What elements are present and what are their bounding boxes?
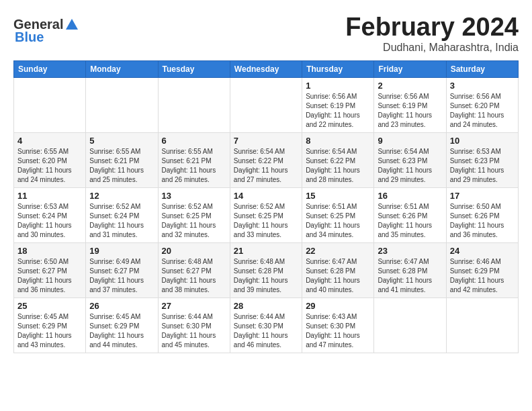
day-number: 18	[17, 246, 82, 256]
day-info: Sunrise: 6:51 AM Sunset: 6:25 PM Dayligh…	[306, 202, 370, 240]
day-number: 7	[234, 136, 298, 146]
logo: General Blue	[13, 17, 79, 45]
day-number: 22	[306, 246, 370, 256]
calendar-cell: 29Sunrise: 6:43 AM Sunset: 6:30 PM Dayli…	[302, 298, 374, 353]
day-info: Sunrise: 6:45 AM Sunset: 6:29 PM Dayligh…	[89, 312, 154, 350]
day-number: 13	[162, 191, 226, 201]
day-info: Sunrise: 6:44 AM Sunset: 6:30 PM Dayligh…	[234, 312, 298, 350]
day-number: 24	[450, 246, 515, 256]
calendar-cell: 23Sunrise: 6:47 AM Sunset: 6:28 PM Dayli…	[374, 242, 446, 298]
calendar-cell: 10Sunrise: 6:53 AM Sunset: 6:23 PM Dayli…	[446, 132, 518, 187]
day-info: Sunrise: 6:48 AM Sunset: 6:27 PM Dayligh…	[162, 257, 226, 295]
day-info: Sunrise: 6:55 AM Sunset: 6:21 PM Dayligh…	[89, 147, 154, 185]
day-number: 16	[378, 191, 442, 201]
day-info: Sunrise: 6:49 AM Sunset: 6:27 PM Dayligh…	[89, 257, 154, 295]
calendar-body: 1Sunrise: 6:56 AM Sunset: 6:19 PM Daylig…	[14, 77, 519, 353]
calendar-week-2: 4Sunrise: 6:55 AM Sunset: 6:20 PM Daylig…	[14, 132, 519, 187]
calendar-cell: 18Sunrise: 6:50 AM Sunset: 6:27 PM Dayli…	[14, 242, 86, 298]
calendar-cell: 12Sunrise: 6:52 AM Sunset: 6:24 PM Dayli…	[86, 187, 158, 242]
day-number: 2	[378, 81, 442, 91]
calendar-cell: 5Sunrise: 6:55 AM Sunset: 6:21 PM Daylig…	[86, 132, 158, 187]
day-info: Sunrise: 6:52 AM Sunset: 6:24 PM Dayligh…	[89, 202, 154, 240]
day-info: Sunrise: 6:52 AM Sunset: 6:25 PM Dayligh…	[162, 202, 226, 240]
column-header-sunday: Sunday	[14, 60, 86, 77]
column-header-thursday: Thursday	[302, 60, 374, 77]
day-info: Sunrise: 6:50 AM Sunset: 6:26 PM Dayligh…	[450, 202, 515, 240]
day-number: 6	[162, 136, 226, 146]
svg-marker-0	[66, 19, 78, 30]
calendar-cell: 6Sunrise: 6:55 AM Sunset: 6:21 PM Daylig…	[158, 132, 230, 187]
calendar-week-3: 11Sunrise: 6:53 AM Sunset: 6:24 PM Dayli…	[14, 187, 519, 242]
day-number: 19	[89, 246, 154, 256]
calendar-table: SundayMondayTuesdayWednesdayThursdayFrid…	[13, 60, 519, 353]
calendar-cell: 24Sunrise: 6:46 AM Sunset: 6:29 PM Dayli…	[446, 242, 518, 298]
calendar-cell	[158, 77, 230, 132]
location-title: Dudhani, Maharashtra, India	[345, 42, 519, 54]
calendar-cell: 20Sunrise: 6:48 AM Sunset: 6:27 PM Dayli…	[158, 242, 230, 298]
calendar-cell: 4Sunrise: 6:55 AM Sunset: 6:20 PM Daylig…	[14, 132, 86, 187]
calendar-cell: 9Sunrise: 6:54 AM Sunset: 6:23 PM Daylig…	[374, 132, 446, 187]
calendar-cell: 16Sunrise: 6:51 AM Sunset: 6:26 PM Dayli…	[374, 187, 446, 242]
calendar-cell: 1Sunrise: 6:56 AM Sunset: 6:19 PM Daylig…	[302, 77, 374, 132]
day-info: Sunrise: 6:47 AM Sunset: 6:28 PM Dayligh…	[378, 257, 442, 295]
calendar-header-row: SundayMondayTuesdayWednesdayThursdayFrid…	[14, 60, 519, 77]
calendar-cell	[446, 298, 518, 353]
header: General Blue February 2024 Dudhani, Maha…	[13, 13, 519, 54]
calendar-cell: 15Sunrise: 6:51 AM Sunset: 6:25 PM Dayli…	[302, 187, 374, 242]
calendar-cell: 11Sunrise: 6:53 AM Sunset: 6:24 PM Dayli…	[14, 187, 86, 242]
logo-icon	[64, 17, 79, 32]
calendar-cell: 2Sunrise: 6:56 AM Sunset: 6:19 PM Daylig…	[374, 77, 446, 132]
calendar-cell	[14, 77, 86, 132]
day-number: 23	[378, 246, 442, 256]
day-number: 28	[234, 301, 298, 311]
day-number: 9	[378, 136, 442, 146]
calendar-cell: 21Sunrise: 6:48 AM Sunset: 6:28 PM Dayli…	[230, 242, 302, 298]
day-info: Sunrise: 6:48 AM Sunset: 6:28 PM Dayligh…	[234, 257, 298, 295]
day-number: 17	[450, 191, 515, 201]
calendar-cell: 19Sunrise: 6:49 AM Sunset: 6:27 PM Dayli…	[86, 242, 158, 298]
column-header-friday: Friday	[374, 60, 446, 77]
title-area: February 2024 Dudhani, Maharashtra, Indi…	[345, 13, 519, 54]
calendar-week-1: 1Sunrise: 6:56 AM Sunset: 6:19 PM Daylig…	[14, 77, 519, 132]
calendar-cell	[86, 77, 158, 132]
calendar-cell: 25Sunrise: 6:45 AM Sunset: 6:29 PM Dayli…	[14, 298, 86, 353]
day-info: Sunrise: 6:51 AM Sunset: 6:26 PM Dayligh…	[378, 202, 442, 240]
day-info: Sunrise: 6:45 AM Sunset: 6:29 PM Dayligh…	[17, 312, 82, 350]
calendar-week-5: 25Sunrise: 6:45 AM Sunset: 6:29 PM Dayli…	[14, 298, 519, 353]
day-number: 27	[162, 301, 226, 311]
calendar-cell	[374, 298, 446, 353]
day-number: 10	[450, 136, 515, 146]
day-info: Sunrise: 6:53 AM Sunset: 6:23 PM Dayligh…	[450, 147, 515, 185]
day-info: Sunrise: 6:52 AM Sunset: 6:25 PM Dayligh…	[234, 202, 298, 240]
day-number: 29	[306, 301, 370, 311]
day-number: 12	[89, 191, 154, 201]
day-info: Sunrise: 6:43 AM Sunset: 6:30 PM Dayligh…	[306, 312, 370, 350]
calendar-cell: 26Sunrise: 6:45 AM Sunset: 6:29 PM Dayli…	[86, 298, 158, 353]
day-number: 25	[17, 301, 82, 311]
day-info: Sunrise: 6:55 AM Sunset: 6:20 PM Dayligh…	[17, 147, 82, 185]
day-info: Sunrise: 6:55 AM Sunset: 6:21 PM Dayligh…	[162, 147, 226, 185]
day-info: Sunrise: 6:54 AM Sunset: 6:22 PM Dayligh…	[234, 147, 298, 185]
day-number: 8	[306, 136, 370, 146]
day-info: Sunrise: 6:46 AM Sunset: 6:29 PM Dayligh…	[450, 257, 515, 295]
column-header-tuesday: Tuesday	[158, 60, 230, 77]
calendar-cell: 14Sunrise: 6:52 AM Sunset: 6:25 PM Dayli…	[230, 187, 302, 242]
column-header-saturday: Saturday	[446, 60, 518, 77]
day-info: Sunrise: 6:56 AM Sunset: 6:20 PM Dayligh…	[450, 92, 515, 130]
day-number: 5	[89, 136, 154, 146]
calendar-cell: 8Sunrise: 6:54 AM Sunset: 6:22 PM Daylig…	[302, 132, 374, 187]
day-number: 15	[306, 191, 370, 201]
day-number: 11	[17, 191, 82, 201]
column-header-wednesday: Wednesday	[230, 60, 302, 77]
day-number: 20	[162, 246, 226, 256]
calendar-cell: 28Sunrise: 6:44 AM Sunset: 6:30 PM Dayli…	[230, 298, 302, 353]
day-info: Sunrise: 6:53 AM Sunset: 6:24 PM Dayligh…	[17, 202, 82, 240]
calendar-cell: 27Sunrise: 6:44 AM Sunset: 6:30 PM Dayli…	[158, 298, 230, 353]
day-number: 26	[89, 301, 154, 311]
day-info: Sunrise: 6:50 AM Sunset: 6:27 PM Dayligh…	[17, 257, 82, 295]
calendar-week-4: 18Sunrise: 6:50 AM Sunset: 6:27 PM Dayli…	[14, 242, 519, 298]
day-info: Sunrise: 6:44 AM Sunset: 6:30 PM Dayligh…	[162, 312, 226, 350]
day-info: Sunrise: 6:47 AM Sunset: 6:28 PM Dayligh…	[306, 257, 370, 295]
day-number: 4	[17, 136, 82, 146]
calendar-cell: 17Sunrise: 6:50 AM Sunset: 6:26 PM Dayli…	[446, 187, 518, 242]
